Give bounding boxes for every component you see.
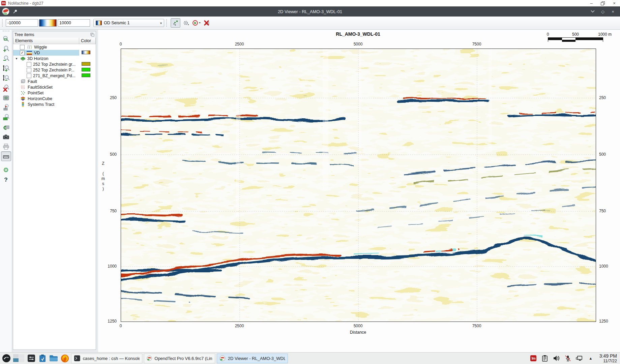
zechstein-p-checkbox[interactable]: [27, 68, 31, 72]
expand-arrow-icon[interactable]: ▾: [14, 57, 19, 60]
tree-item-zechstein-gr[interactable]: 252 Top Zechstein gr...: [13, 61, 96, 67]
zoom-toolbar-grip[interactable]: [3, 31, 9, 33]
toolbar-grip[interactable]: [2, 19, 4, 27]
scalebar-tick-1000: 1000 m: [598, 32, 612, 37]
rubberband-zoom-button[interactable]: [1, 34, 11, 44]
seismic-plot[interactable]: [121, 49, 596, 322]
red-cross-icon: [204, 20, 210, 26]
tree-item-horizoncube[interactable]: HorizonCube: [13, 96, 96, 101]
minimize-button[interactable]: –: [586, 0, 597, 6]
range-min-input[interactable]: [6, 19, 38, 27]
y-tick-right-750: 750: [599, 209, 613, 213]
bz-merged-color-swatch[interactable]: [82, 73, 90, 77]
microphone-muted-tray-button[interactable]: [564, 355, 571, 362]
firefox-launcher-button[interactable]: [60, 354, 69, 363]
viewer-title: 2D Viewer - RL_AMO-3_WDL-01: [0, 9, 620, 14]
range-max-input[interactable]: [58, 19, 90, 27]
remove-button[interactable]: [202, 18, 212, 28]
settings-button[interactable]: ⚙: [1, 165, 11, 175]
notes-tray-button[interactable]: [541, 355, 548, 362]
measure-button[interactable]: [1, 151, 11, 161]
tree-item-zechstein-p[interactable]: 252 Top Zechstein P...: [13, 67, 96, 73]
clock-time: 3:49 PM: [599, 353, 617, 359]
file-manager-button[interactable]: [49, 354, 58, 363]
konsole-icon: [74, 355, 81, 362]
maximize-button[interactable]: ◇: [599, 8, 607, 15]
column-header-color[interactable]: Color: [79, 38, 96, 44]
settings-launcher-button[interactable]: [27, 354, 36, 363]
nomachine-tray-button[interactable]: !m: [530, 355, 537, 362]
pan-button[interactable]: [1, 93, 11, 102]
column-header-elements[interactable]: Elements: [13, 38, 79, 44]
pan-cube-icon: [2, 94, 10, 101]
vd-checkbox[interactable]: ✓: [20, 51, 25, 55]
tree-item-3d-horizon[interactable]: ▾ 3D Horizon: [13, 56, 96, 61]
scattered-points-icon: [172, 20, 179, 26]
clipboard-launcher-button[interactable]: [38, 354, 47, 363]
display-tray-button[interactable]: [576, 355, 583, 362]
horizoncube-icon: [20, 96, 26, 101]
y-axis-label: Z (ms): [101, 161, 106, 191]
point-display-button[interactable]: [171, 18, 180, 28]
volume-tray-button[interactable]: [553, 355, 560, 362]
view-mode-button[interactable]: [191, 18, 201, 28]
snapshot-button[interactable]: [1, 132, 11, 142]
close-button[interactable]: ×: [609, 0, 620, 6]
wiggle-checkbox[interactable]: [20, 45, 25, 50]
task-opendtect[interactable]: OpendTect Pro V6.6.9rc7 (Linux) : ...: [144, 354, 215, 363]
y-tick-left-1250: 1250: [102, 319, 117, 324]
y-tick-right-1250: 1250: [599, 319, 613, 324]
taskbar: cases_home : csh — Konsole OpendTect Pro…: [0, 352, 620, 364]
zoom-out-button[interactable]: [1, 54, 11, 63]
zechstein-p-color-swatch[interactable]: [82, 68, 90, 71]
flip-view-button[interactable]: [1, 122, 11, 132]
attribute-selector[interactable]: OD Seismic 1 ▾: [93, 19, 164, 27]
task-2d-viewer[interactable]: 2D Viewer - RL_AMO-3_WDL-01: [217, 354, 288, 363]
scalebar-tick-0: 0: [547, 32, 549, 37]
detach-icon[interactable]: [90, 33, 94, 37]
app-launcher-button[interactable]: [2, 354, 11, 363]
properties-button[interactable]: [181, 18, 191, 28]
viewer-task-icon: [219, 355, 226, 362]
cancel-zoom-button[interactable]: [1, 83, 11, 93]
shade-button[interactable]: [589, 8, 596, 15]
tray-expander-button[interactable]: ▲: [587, 355, 594, 362]
tree-item-systems-tract[interactable]: Systems Tract: [13, 101, 96, 107]
check-icon: ✓: [21, 51, 24, 55]
box-position-button[interactable]: [1, 112, 11, 122]
flag-position-button[interactable]: [1, 102, 11, 112]
tree-item-fault[interactable]: Fault: [13, 79, 96, 84]
bz-merged-checkbox[interactable]: [27, 73, 31, 78]
zechstein-gr-color-swatch[interactable]: [82, 62, 90, 66]
tree-item-faultstickset[interactable]: FaultStickSet: [13, 84, 96, 90]
zechstein-gr-checkbox[interactable]: [27, 62, 31, 67]
clipboard-icon: [39, 354, 46, 362]
y-tick-right-250: 250: [599, 95, 613, 100]
scalebar: [548, 37, 603, 42]
y-tick-right-500: 500: [599, 152, 613, 157]
help-button[interactable]: ?: [1, 175, 11, 185]
x-tick-bottom-2500: 2500: [235, 324, 244, 328]
task-konsole[interactable]: cases_home : csh — Konsole: [71, 354, 142, 363]
clock-date: 11/7/22: [599, 359, 617, 363]
vertical-zoom-in-button[interactable]: [1, 63, 11, 73]
tree-item-pointset[interactable]: PointSet: [13, 90, 96, 96]
tree-panel: Tree items Elements Color Wiggle: [13, 31, 96, 350]
zoom-in-button[interactable]: [1, 44, 11, 54]
vertical-zoom-out-button[interactable]: [1, 73, 11, 83]
restore-button[interactable]: [597, 0, 609, 6]
monitor-icon: [576, 355, 583, 362]
tree-item-bz-merged[interactable]: 271_BZ_merged_Pd...: [13, 73, 96, 79]
vd-colormap-swatch[interactable]: [82, 51, 90, 54]
x-tick-bottom-7500: 7500: [472, 324, 481, 328]
restore-icon: [601, 1, 605, 5]
dropdown-arrow-icon: ▾: [160, 21, 162, 25]
virtual-desktop-pager[interactable]: [13, 354, 25, 363]
colormap-bar[interactable]: [39, 19, 57, 27]
print-button[interactable]: [1, 142, 11, 151]
pin-icon[interactable]: [13, 9, 18, 14]
tree-item-wiggle[interactable]: Wiggle: [13, 44, 96, 50]
tree-item-vd[interactable]: ✓ VD: [13, 50, 96, 56]
viewer-close-button[interactable]: ×: [609, 8, 617, 15]
clock[interactable]: 3:49 PM 11/7/22: [599, 353, 617, 363]
